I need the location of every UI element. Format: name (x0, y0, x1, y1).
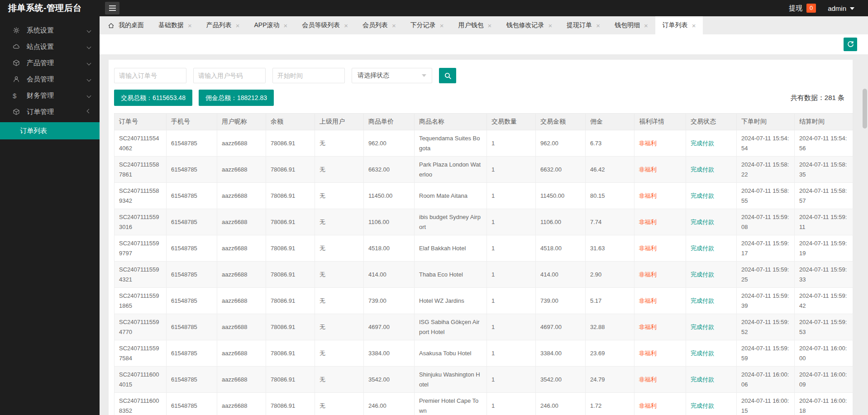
cell-quantity: 1 (487, 183, 536, 209)
cell-balance: 78086.91 (266, 209, 315, 235)
cell-order_time: 2024-07-11 15:59:08 (737, 209, 795, 235)
table-row: SC2407111559477061548785aazz668878086.91… (114, 314, 853, 340)
withdraw-link[interactable]: 提现 0 (789, 4, 816, 13)
start-time-input[interactable] (272, 68, 345, 83)
cell-nickname: aazz6688 (217, 130, 266, 157)
close-icon[interactable]: × (188, 22, 192, 29)
sidebar-item-label: 会员管理 (27, 75, 54, 84)
refresh-button[interactable] (844, 38, 857, 51)
cell-settle_time: 2024-07-11 15:59:11 (795, 209, 853, 235)
close-icon[interactable]: × (596, 22, 600, 29)
sidebar-item-label: 站点设置 (27, 43, 54, 51)
close-icon[interactable]: × (344, 22, 348, 29)
close-icon[interactable]: × (392, 22, 396, 29)
order-no-input[interactable] (114, 68, 186, 83)
cell-parent_user: 无 (315, 130, 364, 157)
cell-quantity: 1 (487, 157, 536, 183)
cell-settle_time: 2024-07-11 15:58:57 (795, 183, 853, 209)
cell-commission: 1.72 (586, 393, 634, 415)
sidebar-item[interactable]: 会员管理 (0, 71, 100, 87)
cell-quantity: 1 (487, 288, 536, 314)
cell-welfare: 非福利 (634, 393, 686, 415)
cell-commission: 23.69 (586, 340, 634, 367)
cell-unit_price: 1106.00 (364, 209, 415, 235)
sidebar-item[interactable]: 订单管理 (0, 104, 100, 120)
cell-order_no: SC24071116004015 (114, 367, 167, 393)
cell-welfare: 非福利 (634, 130, 686, 157)
cell-amount: 739.00 (536, 288, 586, 314)
cell-quantity: 1 (487, 340, 536, 367)
cell-amount: 4518.00 (536, 235, 586, 262)
cell-balance: 78086.91 (266, 393, 315, 415)
sidebar-item[interactable]: 系统设置 (0, 22, 100, 38)
sidebar-item[interactable]: 产品管理 (0, 55, 100, 71)
cell-order_no: SC24071116008352 (114, 393, 167, 415)
tab-我的桌面[interactable]: 我的桌面 (100, 16, 151, 34)
sidebar-item[interactable]: $财务管理 (0, 87, 100, 104)
tab-钱包明细[interactable]: 钱包明细× (607, 16, 655, 34)
tab-产品列表[interactable]: 产品列表× (199, 16, 247, 34)
tab-用户钱包[interactable]: 用户钱包× (451, 16, 499, 34)
vertical-scrollbar-thumb[interactable] (863, 89, 867, 129)
col-header-order_time: 下单时间 (737, 114, 795, 130)
tab-下分记录[interactable]: 下分记录× (403, 16, 451, 34)
tab-提现订单[interactable]: 提现订单× (559, 16, 607, 34)
status-select[interactable]: 请选择状态 (352, 68, 432, 83)
cell-amount: 1106.00 (536, 209, 586, 235)
tab-label: 会员等级列表 (302, 21, 340, 29)
tab-订单列表[interactable]: 订单列表× (655, 16, 703, 34)
cell-phone: 61548785 (167, 340, 217, 367)
cell-unit_price: 3542.00 (364, 367, 415, 393)
cell-welfare: 非福利 (634, 157, 686, 183)
tab-会员等级列表[interactable]: 会员等级列表× (295, 16, 355, 34)
cell-settle_time: 2024-07-11 16:00:18 (795, 393, 853, 415)
cell-product_name: Shinjuku Washington Hotel (415, 367, 487, 393)
search-button[interactable] (439, 68, 456, 83)
record-count: 共有数据：281 条 (791, 94, 847, 102)
cell-unit_price: 4518.00 (364, 235, 415, 262)
tab-label: APP滚动 (254, 21, 280, 29)
sidebar-item-order-list-active[interactable]: 订单列表 (0, 122, 100, 139)
close-icon[interactable]: × (440, 22, 444, 29)
cell-balance: 78086.91 (266, 183, 315, 209)
tab-会员列表[interactable]: 会员列表× (355, 16, 403, 34)
col-header-balance: 余额 (266, 114, 315, 130)
close-icon[interactable]: × (284, 22, 288, 29)
cell-balance: 78086.91 (266, 367, 315, 393)
cell-commission: 24.79 (586, 367, 634, 393)
cell-nickname: aazz6688 (217, 288, 266, 314)
cell-unit_price: 11450.00 (364, 183, 415, 209)
tab-钱包修改记录[interactable]: 钱包修改记录× (499, 16, 559, 34)
close-icon[interactable]: × (692, 22, 696, 29)
cell-phone: 61548785 (167, 262, 217, 288)
cell-welfare: 非福利 (634, 340, 686, 367)
hamburger-icon (109, 5, 116, 6)
menu-toggle-button[interactable] (105, 2, 119, 14)
cell-unit_price: 962.00 (364, 130, 415, 157)
tab-label: 我的桌面 (119, 21, 144, 29)
cell-welfare: 非福利 (634, 183, 686, 209)
cell-product_name: Thaba Eco Hotel (415, 262, 487, 288)
refresh-icon (847, 41, 854, 48)
member-icon (13, 76, 21, 83)
site-icon (13, 43, 21, 50)
cell-status: 完成付款 (686, 340, 737, 367)
close-icon[interactable]: × (644, 22, 648, 29)
tab-APP滚动[interactable]: APP滚动× (247, 16, 295, 34)
user-no-input[interactable] (193, 68, 266, 83)
cell-commission: 46.42 (586, 157, 634, 183)
user-menu[interactable]: admin (828, 5, 854, 12)
cell-product_name: Hotel WZ Jardins (415, 288, 487, 314)
cell-order_no: SC24071115587861 (114, 157, 167, 183)
tab-基础数据[interactable]: 基础数据× (151, 16, 199, 34)
close-icon[interactable]: × (488, 22, 492, 29)
close-icon[interactable]: × (548, 22, 552, 29)
chevron-left-icon (87, 77, 91, 81)
col-header-quantity: 交易数量 (487, 114, 536, 130)
cell-status: 完成付款 (686, 288, 737, 314)
app-title: 排单系统-管理后台 (0, 2, 100, 14)
close-icon[interactable]: × (236, 22, 240, 29)
sidebar-item-label: 系统设置 (27, 26, 54, 35)
cell-parent_user: 无 (315, 314, 364, 340)
sidebar-item[interactable]: 站点设置 (0, 38, 100, 55)
